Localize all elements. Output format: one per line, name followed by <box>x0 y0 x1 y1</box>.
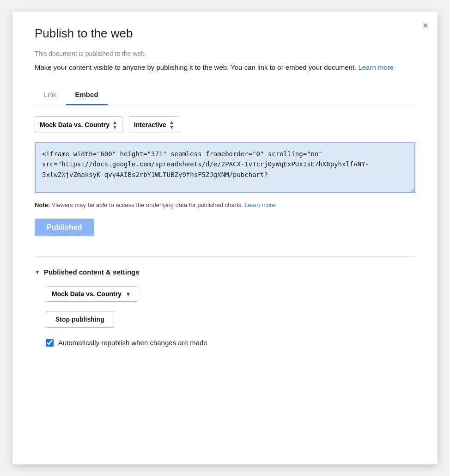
note-label: Note: <box>35 201 50 208</box>
format-selector-arrows: ▲▼ <box>169 120 174 130</box>
description-text: Make your content visible to anyone by p… <box>35 63 356 71</box>
published-settings-header[interactable]: ▼ Published content & settings <box>35 268 415 276</box>
note-row: Note: Viewers may be able to access the … <box>35 201 415 208</box>
settings-sheet-selector[interactable]: Mock Data vs. Country ▼ <box>46 286 137 302</box>
sheet-selector[interactable]: Mock Data vs. Country ▲▼ <box>35 116 122 133</box>
dropdowns-row: Mock Data vs. Country ▲▼ Interactive ▲▼ <box>35 116 415 133</box>
auto-republish-checkbox[interactable] <box>46 339 54 347</box>
learn-more-link-top[interactable]: Learn more <box>358 63 394 71</box>
divider <box>35 256 415 257</box>
auto-republish-label: Automatically republish when changes are… <box>58 339 207 347</box>
content-settings: Mock Data vs. Country ▼ Stop publishing … <box>35 286 415 347</box>
document-status: This document is published to the web. <box>35 50 415 57</box>
dialog-title: Publish to the web <box>35 26 415 41</box>
settings-dropdown-arrow-icon: ▼ <box>125 291 131 298</box>
embed-code-textarea[interactable] <box>35 142 415 193</box>
sheet-selector-arrows: ▲▼ <box>112 120 117 130</box>
stop-publishing-button[interactable]: Stop publishing <box>46 311 114 328</box>
note-text: Viewers may be able to access the underl… <box>52 201 243 208</box>
format-selector[interactable]: Interactive ▲▼ <box>129 116 179 133</box>
settings-sheet-label: Mock Data vs. Country <box>52 290 122 298</box>
chevron-down-icon: ▼ <box>35 269 40 275</box>
tab-embed[interactable]: Embed <box>66 86 108 105</box>
note-learn-more-link[interactable]: Learn more <box>244 201 275 208</box>
close-button[interactable]: × <box>423 21 428 30</box>
published-button[interactable]: Published <box>35 219 94 236</box>
auto-republish-row: Automatically republish when changes are… <box>46 339 415 347</box>
section-header-label: Published content & settings <box>44 268 140 276</box>
tab-link[interactable]: Link <box>35 86 66 105</box>
tab-bar: Link Embed <box>35 86 415 105</box>
sheet-selector-label: Mock Data vs. Country <box>40 121 109 128</box>
dialog-description: Make your content visible to anyone by p… <box>35 62 415 73</box>
format-selector-label: Interactive <box>134 121 166 128</box>
publish-dialog: × Publish to the web This document is pu… <box>12 12 438 464</box>
